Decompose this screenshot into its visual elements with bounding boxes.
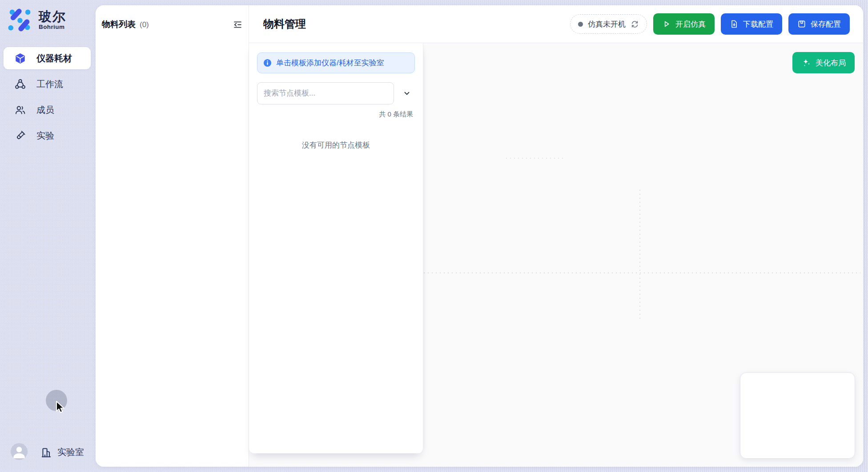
material-list-header: 物料列表 (0) — [96, 5, 249, 30]
template-search-row — [257, 82, 415, 104]
workflow-icon — [15, 79, 26, 90]
canvas-gridline-vertical — [639, 190, 640, 320]
lab-label: 实验室 — [57, 446, 84, 458]
building-icon — [40, 447, 52, 458]
template-empty-message: 没有可用的节点模板 — [257, 140, 415, 150]
layout-canvas[interactable]: 单击模板添加仪器/耗材至实验室 共 0 条结果 没有可用的节点模板 — [249, 43, 863, 467]
template-hint-banner: 单击模板添加仪器/耗材至实验室 — [257, 52, 415, 73]
header-actions: 仿真未开机 开启仿真 — [570, 13, 850, 35]
members-icon — [15, 104, 26, 116]
chevron-down-icon — [403, 89, 411, 97]
sidebar-item-instruments[interactable]: 仪器耗材 — [4, 47, 91, 69]
play-icon — [662, 20, 671, 28]
start-simulation-button[interactable]: 开启仿真 — [653, 13, 715, 35]
brand-logo: 玻尔 Bohrium — [7, 7, 66, 33]
simulation-status-pill[interactable]: 仿真未开机 — [570, 14, 647, 34]
collapse-panel-icon[interactable] — [233, 20, 242, 29]
save-icon — [797, 20, 806, 28]
template-search-input[interactable] — [257, 82, 394, 104]
template-hint-text: 单击模板添加仪器/耗材至实验室 — [276, 58, 384, 68]
template-filter-toggle[interactable] — [400, 82, 414, 104]
page-title: 物料管理 — [263, 17, 570, 31]
avatar-person-icon — [11, 443, 28, 460]
beautify-layout-button[interactable]: 美化布局 — [792, 52, 855, 73]
cube-icon — [15, 53, 26, 64]
save-config-button[interactable]: 保存配置 — [788, 13, 850, 35]
material-list-count: (0) — [140, 20, 149, 29]
refresh-icon[interactable] — [631, 20, 639, 28]
brand-subtitle: Bohrium — [39, 24, 66, 31]
sidebar-menu: 仪器耗材 工作流 成员 — [4, 47, 91, 150]
download-config-button[interactable]: 下载配置 — [721, 13, 782, 35]
avatar[interactable] — [11, 443, 28, 460]
node-template-drawer: 单击模板添加仪器/耗材至实验室 共 0 条结果 没有可用的节点模板 — [249, 43, 423, 453]
material-list-title: 物料列表 — [102, 19, 136, 30]
main-header: 物料管理 仿真未开机 开启仿真 — [249, 5, 863, 43]
status-dot-icon — [578, 22, 583, 27]
simulation-status-text: 仿真未开机 — [588, 19, 626, 29]
sidebar-item-members[interactable]: 成员 — [4, 99, 91, 121]
template-result-count: 共 0 条结果 — [257, 110, 415, 119]
bohrium-logo-icon — [7, 7, 33, 33]
sidebar-item-workflow[interactable]: 工作流 — [4, 73, 91, 95]
sidebar-item-experiments[interactable]: 实验 — [4, 124, 91, 147]
file-download-icon — [730, 20, 739, 28]
minimap[interactable] — [740, 372, 855, 459]
sparkles-icon — [801, 58, 811, 68]
brand-name: 玻尔 — [39, 9, 66, 24]
mouse-cursor-icon — [55, 400, 66, 414]
canvas-gridline-faint — [506, 158, 565, 159]
experiment-icon — [15, 130, 26, 141]
material-list-panel: 物料列表 (0) — [96, 5, 249, 467]
main-card: 物料列表 (0) 物料管理 仿真未开机 — [96, 5, 863, 467]
info-icon — [263, 59, 272, 67]
lab-switcher[interactable]: 实验室 — [40, 446, 84, 458]
main-area: 物料管理 仿真未开机 开启仿真 — [249, 5, 863, 467]
